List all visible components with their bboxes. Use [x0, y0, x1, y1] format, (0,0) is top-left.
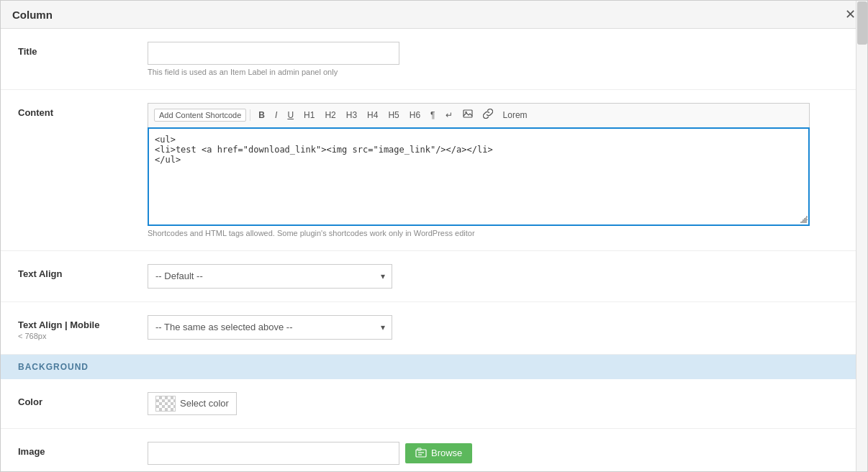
image-icon [463, 109, 473, 118]
text-align-label: Text Align [18, 264, 133, 279]
scrollbar-track[interactable] [856, 29, 867, 471]
enter-button[interactable]: ↵ [441, 107, 457, 124]
close-button[interactable]: ✕ [845, 8, 856, 21]
link-button[interactable] [479, 106, 497, 124]
svg-rect-2 [416, 450, 426, 457]
title-input[interactable] [148, 42, 399, 65]
text-align-select-wrapper: -- Default -- Left Center Right Justify … [148, 264, 392, 289]
browse-icon [415, 448, 427, 459]
italic-button[interactable]: I [271, 107, 281, 124]
content-textarea[interactable]: <ul> <li>test <a href="download_link"><i… [149, 129, 808, 222]
select-color-label: Select color [180, 398, 229, 409]
modal-title: Column [12, 9, 53, 21]
text-align-mobile-control: -- The same as selected above -- Left Ce… [148, 315, 810, 340]
editor-content-wrapper: <ul> <li>test <a href="download_link"><i… [148, 127, 810, 226]
modal-body: Title This field is used as an Item Labe… [1, 29, 867, 471]
toolbar-divider-1 [250, 109, 250, 121]
browse-button[interactable]: Browse [405, 443, 472, 463]
h2-button[interactable]: H2 [320, 107, 340, 124]
modal-header: Column ✕ [1, 1, 867, 29]
h5-button[interactable]: H5 [384, 107, 403, 124]
h1-button[interactable]: H1 [299, 107, 319, 124]
color-label: Color [18, 392, 133, 407]
color-control: Select color [148, 392, 810, 415]
content-control: Add Content Shortcode B I U H1 H2 H3 H4 … [148, 103, 810, 237]
text-align-mobile-sublabel: < 768px [18, 332, 46, 340]
image-label: Image [18, 442, 133, 457]
text-align-mobile-section: Text Align | Mobile < 768px -- The same … [1, 302, 856, 355]
content-label: Content [18, 103, 133, 118]
editor-toolbar: Add Content Shortcode B I U H1 H2 H3 H4 … [148, 103, 810, 127]
title-label: Title [18, 42, 133, 57]
h6-button[interactable]: H6 [405, 107, 425, 124]
color-section: Color Select color [1, 379, 856, 429]
h3-button[interactable]: H3 [342, 107, 361, 124]
color-swatch [155, 396, 176, 412]
title-section: Title This field is used as an Item Labe… [1, 29, 856, 90]
paragraph-button[interactable]: ¶ [426, 107, 439, 124]
bold-button[interactable]: B [254, 107, 269, 124]
column-modal: Column ✕ Title This field is used as an … [0, 0, 868, 472]
link-icon [483, 109, 493, 119]
text-align-mobile-select-wrapper: -- The same as selected above -- Left Ce… [148, 315, 392, 340]
text-align-control: -- Default -- Left Center Right Justify … [148, 264, 810, 289]
image-section: Image Browse [1, 429, 856, 471]
image-row: Browse [148, 442, 810, 465]
select-color-button[interactable]: Select color [148, 392, 237, 415]
browse-label: Browse [431, 448, 462, 458]
h4-button[interactable]: H4 [363, 107, 382, 124]
background-section-header: BACKGROUND [1, 355, 856, 379]
image-url-input[interactable] [148, 442, 399, 465]
text-align-mobile-select[interactable]: -- The same as selected above -- Left Ce… [148, 315, 392, 340]
text-align-select[interactable]: -- Default -- Left Center Right Justify [148, 264, 392, 289]
content-hint: Shortcodes and HTML tags allowed. Some p… [148, 229, 810, 237]
image-control: Browse [148, 442, 810, 465]
content-section: Content Add Content Shortcode B I U H1 H… [1, 90, 856, 251]
svg-rect-0 [464, 110, 472, 117]
title-control: This field is used as an Item Label in a… [148, 42, 810, 76]
title-hint: This field is used as an Item Label in a… [148, 68, 810, 76]
shortcode-button[interactable]: Add Content Shortcode [154, 109, 246, 122]
lorem-button[interactable]: Lorem [499, 107, 532, 124]
text-align-section: Text Align -- Default -- Left Center Rig… [1, 251, 856, 302]
resize-handle[interactable] [800, 216, 807, 223]
text-align-mobile-label: Text Align | Mobile < 768px [18, 315, 133, 341]
underline-button[interactable]: U [283, 107, 298, 124]
scrollbar-thumb[interactable] [857, 29, 867, 45]
modal-scroll-area: Title This field is used as an Item Labe… [1, 29, 867, 471]
image-button[interactable] [458, 107, 477, 124]
